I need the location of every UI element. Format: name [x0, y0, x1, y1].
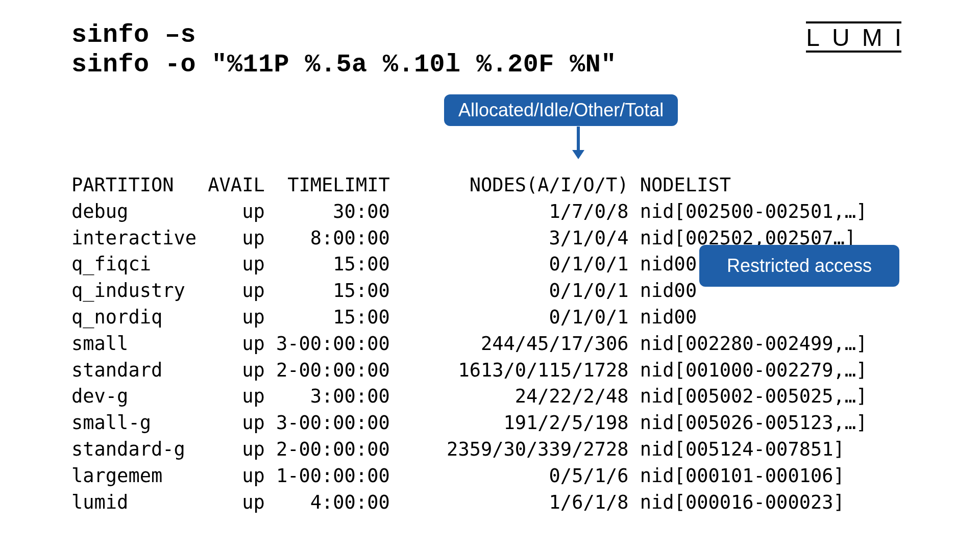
- callout-restricted: Restricted access: [699, 245, 899, 287]
- slide: sinfo –s sinfo -o "%11P %.5a %.10l %.20F…: [0, 0, 980, 551]
- arrow-down-icon: [577, 127, 580, 152]
- lumi-logo: LUMI: [806, 23, 914, 52]
- callout-aiot: Allocated/Idle/Other/Total: [444, 94, 678, 126]
- slide-title: sinfo –s sinfo -o "%11P %.5a %.10l %.20F…: [71, 20, 909, 79]
- lumi-logo-text: LUMI: [806, 24, 914, 51]
- title-line-1: sinfo –s: [71, 20, 909, 50]
- sinfo-output: PARTITION AVAIL TIMELIMIT NODES(A/I/O/T)…: [71, 172, 867, 515]
- title-line-2: sinfo -o "%11P %.5a %.10l %.20F %N": [71, 50, 909, 80]
